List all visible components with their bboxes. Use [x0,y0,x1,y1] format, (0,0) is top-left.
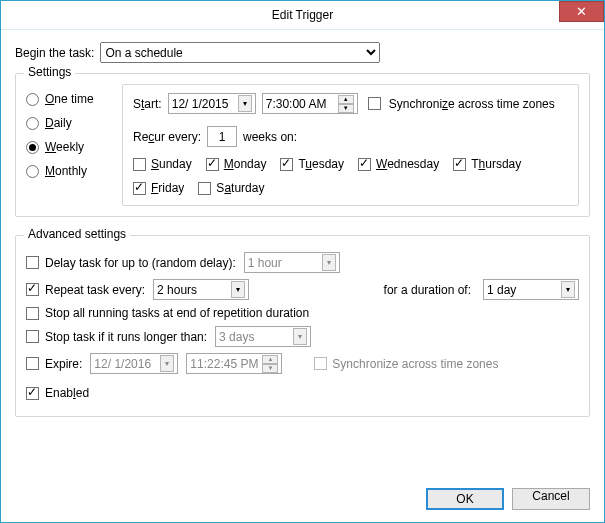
sync-timezones-check[interactable] [368,97,381,110]
schedule-box: Start: 12/ 1/2015 ▾ 7:30:00 AM ▲▼ Synchr… [122,84,579,206]
edit-trigger-window: Edit Trigger ✕ Begin the task: On a sche… [0,0,605,523]
duration-label: for a duration of: [384,283,471,297]
expire[interactable]: Expire: [26,357,82,371]
time-spinner[interactable]: ▲▼ [338,95,354,113]
close-button[interactable]: ✕ [559,1,604,22]
freq-one-time-radio[interactable] [26,93,39,106]
freq-monthly-label: onthly [55,164,87,178]
stop-all-check[interactable] [26,307,39,320]
begin-task-row: Begin the task: On a schedule [15,42,590,63]
chevron-down-icon[interactable]: ▾ [231,281,245,298]
spin-down-icon: ▼ [262,364,278,373]
chevron-down-icon: ▾ [293,328,307,345]
day-wednesday[interactable]: Wednesday [358,157,439,171]
day-saturday-check[interactable] [198,182,211,195]
day-tuesday-check[interactable] [280,158,293,171]
freq-daily-label: aily [54,116,72,130]
weekday-selection: Sunday Monday Tuesday Wednesday Thursday… [133,157,568,195]
dialog-body: Begin the task: On a schedule Settings O… [1,30,604,427]
day-sunday-check[interactable] [133,158,146,171]
weeks-on-label: weeks on: [243,130,297,144]
day-friday-check[interactable] [133,182,146,195]
expire-sync: Synchronize across time zones [314,357,498,371]
window-title: Edit Trigger [272,8,333,22]
expire-time-input: 11:22:45 PM▲▼ [186,353,282,374]
chevron-down-icon[interactable]: ▾ [561,281,575,298]
freq-weekly-label: eekly [56,140,84,154]
freq-daily-radio[interactable] [26,117,39,130]
freq-daily[interactable]: Daily [26,116,110,130]
frequency-column: One time Daily Weekly Monthly [26,92,110,206]
sync-timezones-label: Synchronize across time zones [389,97,555,111]
calendar-dropdown-icon[interactable]: ▾ [238,95,252,112]
begin-task-label: Begin the task: [15,46,94,60]
start-time-value: 7:30:00 AM [266,97,327,111]
start-label: Start: [133,97,162,111]
stop-if-check[interactable] [26,330,39,343]
spin-up-icon[interactable]: ▲ [338,95,354,104]
repeat-task[interactable]: Repeat task every: [26,283,145,297]
settings-title: Settings [24,65,75,79]
chevron-down-icon: ▾ [322,254,336,271]
freq-weekly[interactable]: Weekly [26,140,110,154]
day-monday[interactable]: Monday [206,157,267,171]
duration-combo[interactable]: 1 day▾ [483,279,579,300]
delay-task[interactable]: Delay task for up to (random delay): [26,256,236,270]
cancel-button[interactable]: Cancel [512,488,590,510]
start-time-input[interactable]: 7:30:00 AM ▲▼ [262,93,358,114]
close-icon: ✕ [576,4,587,19]
recur-value: 1 [219,130,226,144]
time-spinner: ▲▼ [262,355,278,373]
freq-weekly-radio[interactable] [26,141,39,154]
spin-up-icon: ▲ [262,355,278,364]
day-sunday[interactable]: Sunday [133,157,192,171]
day-friday[interactable]: Friday [133,181,184,195]
calendar-dropdown-icon: ▾ [160,355,174,372]
expire-sync-check [314,357,327,370]
sync-timezones[interactable]: Synchronize across time zones [364,94,555,113]
titlebar: Edit Trigger ✕ [1,1,604,30]
repeat-combo[interactable]: 2 hours▾ [153,279,249,300]
expire-date-input: 12/ 1/2016▾ [90,353,178,374]
freq-monthly[interactable]: Monthly [26,164,110,178]
dialog-footer: OK Cancel [426,488,590,510]
day-thursday-check[interactable] [453,158,466,171]
start-date-value: 12/ 1/2015 [172,97,229,111]
expire-check[interactable] [26,357,39,370]
recur-label: Recur every: [133,130,201,144]
recur-input[interactable]: 1 [207,126,237,147]
start-date-input[interactable]: 12/ 1/2015 ▾ [168,93,256,114]
stop-if-longer[interactable]: Stop task if it runs longer than: [26,330,207,344]
stop-all-tasks[interactable]: Stop all running tasks at end of repetit… [26,306,309,320]
freq-one-time-label: ne time [54,92,93,106]
enabled-check[interactable] [26,387,39,400]
advanced-group: Advanced settings Delay task for up to (… [15,235,590,417]
enabled[interactable]: Enabled [26,386,89,400]
advanced-title: Advanced settings [24,227,130,241]
stop-if-combo: 3 days▾ [215,326,311,347]
delay-combo: 1 hour▾ [244,252,340,273]
day-thursday[interactable]: Thursday [453,157,521,171]
delay-task-check[interactable] [26,256,39,269]
spin-down-icon[interactable]: ▼ [338,104,354,113]
day-saturday[interactable]: Saturday [198,181,264,195]
day-wednesday-check[interactable] [358,158,371,171]
begin-task-select[interactable]: On a schedule [100,42,380,63]
ok-button[interactable]: OK [426,488,504,510]
repeat-task-check[interactable] [26,283,39,296]
freq-monthly-radio[interactable] [26,165,39,178]
freq-one-time[interactable]: One time [26,92,110,106]
day-monday-check[interactable] [206,158,219,171]
day-tuesday[interactable]: Tuesday [280,157,344,171]
settings-group: Settings One time Daily Weekly Monthly S… [15,73,590,217]
